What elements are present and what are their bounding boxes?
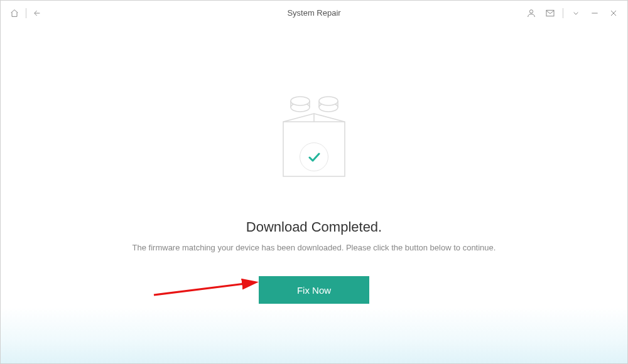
titlebar-right [525, 7, 620, 19]
svg-point-10 [319, 97, 338, 105]
svg-rect-1 [546, 10, 554, 16]
home-icon[interactable] [8, 7, 21, 19]
footer-gradient [1, 307, 627, 363]
window-title: System Repair [287, 8, 340, 18]
close-icon[interactable] [607, 7, 620, 19]
titlebar: System Repair [1, 1, 627, 26]
mail-icon[interactable] [544, 7, 556, 19]
checkmark-icon [300, 142, 328, 171]
titlebar-left [8, 7, 44, 19]
fix-now-button[interactable]: Fix Now [259, 276, 369, 304]
sub-text: The firmware matching your device has be… [133, 243, 496, 252]
separator [563, 8, 563, 18]
main-content: Download Completed. The firmware matchin… [1, 26, 627, 304]
svg-point-0 [529, 9, 533, 13]
user-icon[interactable] [525, 7, 538, 19]
headline-text: Download Completed. [246, 219, 382, 235]
back-icon[interactable] [31, 7, 44, 19]
minimize-icon[interactable] [588, 7, 601, 19]
svg-point-9 [291, 97, 310, 105]
firmware-box-illustration [264, 82, 364, 189]
chevron-down-icon[interactable] [570, 7, 582, 19]
separator [26, 8, 26, 18]
